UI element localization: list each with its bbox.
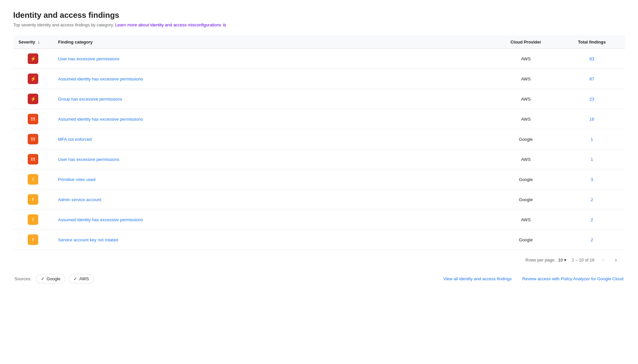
finding-link[interactable]: Service account key not rotated <box>58 237 118 242</box>
finding-link[interactable]: Group has excessive permissions <box>58 97 122 102</box>
provider-cell: Google <box>493 230 559 250</box>
provider-cell: AWS <box>493 149 559 169</box>
footer-links: View all identity and access findings Re… <box>443 276 623 281</box>
finding-cell: Assumed identity has excessive permissio… <box>53 109 493 129</box>
total-link[interactable]: 2 <box>590 197 593 202</box>
finding-cell: Group has excessive permissions <box>53 89 493 109</box>
severity-cell: ⚡ <box>13 89 53 109</box>
table-row: ⚡ User has excessive permissions AWS 83 <box>13 49 625 69</box>
severity-icon: ! <box>28 214 38 225</box>
finding-link[interactable]: User has excessive permissions <box>58 56 119 61</box>
col-header-finding: Finding category <box>53 35 493 49</box>
table-row: ! Admin service account Google 2 <box>13 190 625 210</box>
finding-cell: Service account key not rotated <box>53 230 493 250</box>
prev-page-button[interactable]: ‹ <box>600 255 607 265</box>
provider-cell: AWS <box>493 49 559 69</box>
provider-cell: AWS <box>493 89 559 109</box>
aws-chip[interactable]: ✓ AWS <box>69 274 94 284</box>
provider-cell: AWS <box>493 69 559 89</box>
total-link[interactable]: 16 <box>590 117 594 122</box>
table-header-row: Severity ↓ Finding category Cloud Provid… <box>13 35 625 49</box>
total-cell: 23 <box>559 89 625 109</box>
total-link[interactable]: 3 <box>590 177 593 182</box>
severity-icon: !!! <box>28 154 38 165</box>
severity-icon: ⚡ <box>28 74 38 84</box>
next-page-button[interactable]: › <box>612 255 620 265</box>
finding-cell: Assumed identity has excessive permissio… <box>53 210 493 230</box>
severity-icon: !!! <box>28 114 38 124</box>
total-link[interactable]: 23 <box>590 97 594 102</box>
provider-cell: AWS <box>493 210 559 230</box>
provider-cell: Google <box>493 190 559 210</box>
severity-icon: !!! <box>28 134 38 144</box>
finding-link[interactable]: Assumed identity has excessive permissio… <box>58 76 143 81</box>
table-row: !!! User has excessive permissions AWS 1 <box>13 149 625 169</box>
rows-per-page-select[interactable]: 10 ▾ <box>558 258 566 262</box>
sort-icon: ↓ <box>38 39 40 45</box>
findings-table: Severity ↓ Finding category Cloud Provid… <box>13 35 625 250</box>
rows-per-page-section: Rows per page: 10 ▾ <box>526 258 567 262</box>
severity-icon: ! <box>28 174 38 185</box>
total-link[interactable]: 2 <box>590 237 593 242</box>
table-row: ! Primitive roles used Google 3 <box>13 169 625 190</box>
finding-cell: User has excessive permissions <box>53 49 493 69</box>
severity-icon: ! <box>28 234 38 245</box>
total-cell: 1 <box>559 149 625 169</box>
finding-link[interactable]: MFA not enforced <box>58 137 92 142</box>
table-row: ! Service account key not rotated Google… <box>13 230 625 250</box>
external-link-icon: ⧉ <box>223 23 226 27</box>
finding-cell: Primitive roles used <box>53 169 493 190</box>
page-title: Identity and access findings <box>13 11 625 20</box>
rows-per-page-label: Rows per page: <box>526 258 556 262</box>
total-link[interactable]: 1 <box>590 137 593 142</box>
provider-cell: Google <box>493 129 559 149</box>
finding-cell: MFA not enforced <box>53 129 493 149</box>
total-cell: 83 <box>559 49 625 69</box>
table-row: ! Assumed identity has excessive permiss… <box>13 210 625 230</box>
page-info: 1 – 10 of 16 <box>572 258 594 262</box>
finding-cell: Admin service account <box>53 190 493 210</box>
google-chip[interactable]: ✓ Google <box>36 274 65 284</box>
severity-cell: ⚡ <box>13 69 53 89</box>
aws-chip-label: AWS <box>79 276 89 281</box>
severity-cell: ! <box>13 190 53 210</box>
footer-row: Sources: ✓ Google ✓ AWS View all identit… <box>13 267 625 286</box>
severity-icon: ! <box>28 194 38 205</box>
col-header-severity[interactable]: Severity ↓ <box>13 35 53 49</box>
severity-cell: ! <box>13 210 53 230</box>
table-row: ⚡ Assumed identity has excessive permiss… <box>13 69 625 89</box>
google-check-icon: ✓ <box>41 276 45 281</box>
total-link[interactable]: 1 <box>590 157 593 162</box>
pagination-row: Rows per page: 10 ▾ 1 – 10 of 16 ‹ › <box>13 250 625 267</box>
total-link[interactable]: 2 <box>590 217 593 222</box>
finding-link[interactable]: Assumed identity has excessive permissio… <box>58 217 143 222</box>
aws-check-icon: ✓ <box>74 276 77 281</box>
provider-cell: AWS <box>493 109 559 129</box>
severity-cell: ⚡ <box>13 49 53 69</box>
finding-link[interactable]: Admin service account <box>58 197 101 202</box>
table-row: !!! MFA not enforced Google 1 <box>13 129 625 149</box>
severity-cell: !!! <box>13 129 53 149</box>
total-cell: 3 <box>559 169 625 190</box>
total-link[interactable]: 87 <box>590 76 594 81</box>
learn-more-link[interactable]: Learn more about identity and access mis… <box>115 22 221 27</box>
total-cell: 2 <box>559 210 625 230</box>
google-chip-label: Google <box>47 276 60 281</box>
severity-icon: ⚡ <box>28 94 38 104</box>
col-header-total: Total findings <box>559 35 625 49</box>
policy-analyzer-link[interactable]: Review access with Policy Analyzer for G… <box>522 276 623 281</box>
sources-label: Sources: <box>15 276 31 281</box>
view-all-link[interactable]: View all identity and access findings <box>443 276 512 281</box>
provider-cell: Google <box>493 169 559 190</box>
severity-cell: !!! <box>13 149 53 169</box>
table-row: !!! Assumed identity has excessive permi… <box>13 109 625 129</box>
rows-select-chevron: ▾ <box>564 258 566 262</box>
severity-icon: ⚡ <box>28 53 38 64</box>
finding-cell: User has excessive permissions <box>53 149 493 169</box>
finding-link[interactable]: User has excessive permissions <box>58 157 119 162</box>
severity-cell: !!! <box>13 109 53 129</box>
total-link[interactable]: 83 <box>590 56 594 61</box>
finding-link[interactable]: Primitive roles used <box>58 177 95 182</box>
finding-link[interactable]: Assumed identity has excessive permissio… <box>58 117 143 122</box>
total-cell: 1 <box>559 129 625 149</box>
